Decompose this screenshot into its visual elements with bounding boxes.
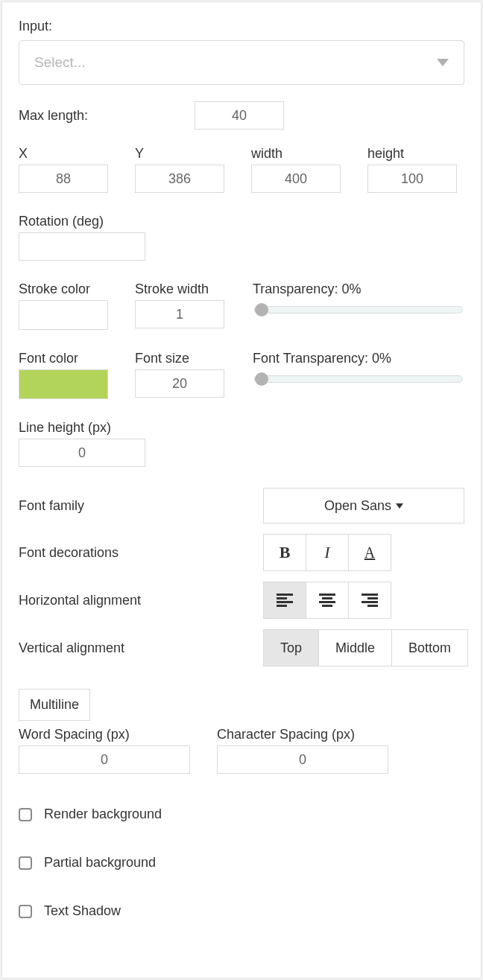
stroke-width-input[interactable] (135, 300, 224, 328)
text-shadow-label: Text Shadow (44, 903, 121, 919)
svg-rect-1 (277, 597, 287, 599)
width-input[interactable] (251, 165, 341, 193)
underline-icon: A (364, 544, 375, 561)
transparency-label: Transparency: 0% (253, 281, 464, 297)
font-size-input[interactable] (135, 369, 224, 398)
chevron-down-icon (437, 59, 449, 66)
x-label: X (19, 146, 108, 162)
svg-rect-6 (319, 601, 335, 603)
align-right-icon (362, 594, 378, 607)
svg-rect-8 (362, 594, 378, 596)
font-color-swatch[interactable] (19, 369, 108, 399)
font-color-label: Font color (19, 351, 108, 366)
x-input[interactable] (19, 165, 108, 193)
font-decorations-label: Font decorations (19, 545, 119, 561)
valign-top-button[interactable]: Top (263, 629, 319, 666)
word-spacing-input[interactable] (19, 745, 190, 774)
char-spacing-label: Character Spacing (px) (217, 727, 388, 742)
svg-rect-9 (367, 597, 378, 599)
underline-button[interactable]: A (348, 534, 391, 571)
svg-rect-0 (277, 594, 293, 596)
font-family-select[interactable]: Open Sans (263, 488, 464, 524)
render-bg-label: Render background (44, 806, 162, 822)
input-label: Input: (19, 19, 464, 34)
align-center-icon (319, 594, 335, 607)
input-select[interactable]: Select... (19, 40, 464, 85)
font-size-label: Font size (135, 351, 224, 366)
align-center-button[interactable] (306, 582, 349, 619)
svg-rect-10 (362, 601, 378, 603)
properties-panel: Input: Select... Max length: X Y width h… (1, 1, 482, 979)
svg-rect-11 (367, 605, 378, 607)
width-label: width (251, 146, 341, 162)
italic-button[interactable]: I (306, 534, 349, 571)
line-height-input[interactable] (19, 439, 145, 467)
stroke-width-label: Stroke width (135, 281, 224, 297)
char-spacing-input[interactable] (217, 745, 388, 774)
halign-label: Horizontal alignment (19, 593, 141, 608)
render-bg-checkbox[interactable] (19, 808, 32, 821)
bold-button[interactable]: B (263, 534, 306, 571)
maxlength-label: Max length: (19, 108, 168, 124)
svg-rect-5 (322, 597, 332, 599)
chevron-down-icon (396, 503, 403, 509)
svg-rect-3 (277, 605, 287, 607)
y-label: Y (135, 146, 224, 162)
line-height-label: Line height (px) (19, 420, 464, 436)
transparency-slider[interactable] (254, 306, 463, 314)
word-spacing-label: Word Spacing (px) (19, 727, 190, 742)
font-transparency-slider[interactable] (254, 375, 463, 383)
font-transparency-label: Font Transparency: 0% (253, 351, 464, 366)
valign-middle-button[interactable]: Middle (318, 629, 392, 666)
height-input[interactable] (367, 165, 457, 193)
align-left-icon (277, 594, 293, 607)
maxlength-input[interactable] (195, 101, 284, 130)
font-family-label: Font family (19, 498, 84, 514)
partial-bg-label: Partial background (44, 855, 156, 871)
svg-rect-7 (322, 605, 332, 607)
text-shadow-checkbox[interactable] (19, 905, 32, 918)
height-label: height (367, 146, 457, 162)
align-right-button[interactable] (348, 582, 391, 619)
valign-label: Vertical alignment (19, 640, 124, 656)
input-select-placeholder: Select... (34, 54, 86, 71)
rotation-label: Rotation (deg) (19, 214, 464, 229)
svg-rect-2 (277, 601, 293, 603)
align-left-button[interactable] (263, 582, 306, 619)
svg-rect-4 (319, 594, 335, 596)
y-input[interactable] (135, 165, 224, 193)
partial-bg-checkbox[interactable] (19, 856, 32, 870)
stroke-color-swatch[interactable] (19, 300, 108, 330)
multiline-button[interactable]: Multiline (19, 689, 90, 721)
valign-bottom-button[interactable]: Bottom (391, 629, 468, 666)
rotation-input[interactable] (19, 232, 145, 261)
stroke-color-label: Stroke color (19, 281, 108, 297)
font-family-selected: Open Sans (324, 498, 391, 514)
